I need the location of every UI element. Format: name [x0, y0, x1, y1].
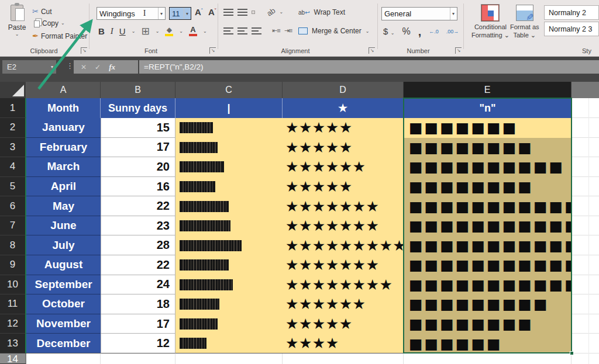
cell-e10-squares[interactable]: ■■■■■■■■■■■■ — [404, 275, 572, 295]
cell-f12[interactable] — [572, 314, 599, 334]
align-middle-button[interactable] — [237, 9, 247, 16]
cell-e1[interactable]: "n" — [404, 98, 572, 118]
underline-button[interactable]: U — [119, 26, 126, 36]
cell-a5-month[interactable]: April — [26, 177, 101, 197]
cell-b4-days[interactable]: 20 — [101, 157, 175, 177]
font-dialog-launcher[interactable]: ↘ — [209, 47, 216, 54]
cell-e2-squares[interactable]: ■■■■■■■ — [404, 118, 572, 138]
cell-d12-stars[interactable]: ★★★★★ — [283, 314, 404, 334]
decrease-font-size-button[interactable]: Aˇ — [208, 7, 216, 17]
cell-e11-squares[interactable]: ■■■■■■■■■ — [404, 294, 572, 314]
cell-f7[interactable] — [572, 216, 599, 236]
wrap-text-button[interactable]: ab↩ Wrap Text — [298, 8, 345, 16]
align-bottom-button-selected[interactable] — [252, 11, 255, 14]
orientation-button[interactable]: ab — [265, 6, 277, 18]
insert-function-button[interactable]: fx — [109, 63, 115, 72]
cell-e13-squares[interactable]: ■■■■■■ — [404, 334, 572, 353]
empty-cell[interactable] — [283, 353, 404, 364]
cell-c10-bar[interactable] — [175, 275, 283, 295]
enter-button[interactable]: ✓ — [95, 63, 101, 71]
row-header-1[interactable]: 1 — [0, 98, 26, 118]
cell-f13[interactable] — [572, 334, 599, 353]
cell-c1[interactable]: | — [175, 98, 283, 118]
number-dialog-launcher[interactable]: ↘ — [455, 47, 462, 54]
copy-button[interactable]: Copy ⌄ — [32, 19, 65, 27]
cell-f5[interactable] — [572, 177, 599, 197]
cell-a9-month[interactable]: August — [26, 255, 101, 275]
cell-a11-month[interactable]: October — [26, 294, 101, 314]
cell-c4-bar[interactable] — [175, 157, 283, 177]
cell-d10-stars[interactable]: ★★★★★★★★ — [283, 275, 404, 295]
empty-cell[interactable] — [26, 353, 101, 364]
cell-d6-stars[interactable]: ★★★★★★★ — [283, 196, 404, 216]
underline-caret[interactable]: ⌄ — [132, 29, 136, 34]
cell-f11[interactable] — [572, 294, 599, 314]
cell-c8-bar[interactable] — [175, 235, 283, 255]
column-header-d[interactable]: D — [283, 82, 404, 98]
font-size-combobox[interactable]: 11 ▾ — [169, 7, 191, 20]
fill-color-button[interactable]: ◆ — [165, 26, 173, 36]
cell-f9[interactable] — [572, 255, 599, 275]
name-box-caret[interactable]: ▾ — [51, 64, 53, 70]
decrease-decimal-button[interactable]: .00→ — [446, 29, 459, 34]
row-header-3[interactable]: 3 — [0, 138, 26, 158]
column-header-c[interactable]: C — [175, 82, 283, 98]
paste-dropdown-caret[interactable]: ⌄ — [15, 32, 19, 37]
cell-d3-stars[interactable]: ★★★★★ — [283, 138, 404, 158]
cell-style-option-2[interactable]: Normalny 2 3 — [544, 22, 599, 36]
alignment-dialog-launcher[interactable]: ↘ — [369, 47, 375, 54]
cell-f4[interactable] — [572, 157, 599, 177]
cell-b6-days[interactable]: 22 — [101, 196, 175, 216]
cell-c9-bar[interactable] — [175, 255, 283, 275]
clipboard-dialog-launcher[interactable]: ↘ — [81, 47, 87, 54]
cell-d9-stars[interactable]: ★★★★★★★ — [283, 255, 404, 275]
cell-a4-month[interactable]: March — [26, 157, 101, 177]
cell-e9-squares[interactable]: ■■■■■■■■■■■ — [404, 255, 572, 275]
row-header-4[interactable]: 4 — [0, 157, 26, 177]
font-color-button[interactable]: A — [189, 26, 197, 36]
row-header-2[interactable]: 2 — [0, 118, 26, 138]
column-header-b[interactable]: B — [101, 82, 175, 98]
row-header-11[interactable]: 11 — [0, 294, 26, 314]
italic-button[interactable]: I — [111, 26, 113, 36]
cell-c3-bar[interactable] — [175, 138, 283, 158]
cell-a13-month[interactable]: December — [26, 334, 101, 353]
column-header-a[interactable]: A — [26, 82, 101, 98]
empty-cell[interactable] — [404, 353, 572, 364]
increase-font-size-button[interactable]: Aˆ — [195, 7, 203, 17]
cell-d2-stars[interactable]: ★★★★★ — [283, 118, 404, 138]
format-as-table-button[interactable]: Format asTable ⌄ — [510, 5, 539, 40]
cell-d5-stars[interactable]: ★★★★★ — [283, 177, 404, 197]
cut-button[interactable]: ✂ Cut — [32, 7, 52, 16]
cell-e6-squares[interactable]: ■■■■■■■■■■■ — [404, 196, 572, 216]
cell-e3-squares[interactable]: ■■■■■■■■ — [404, 138, 572, 158]
copy-dropdown-caret[interactable]: ⌄ — [61, 20, 65, 26]
format-painter-button[interactable]: ✒ Format Painter — [32, 32, 87, 40]
cell-d4-stars[interactable]: ★★★★★★ — [283, 157, 404, 177]
orientation-caret[interactable]: ⌄ — [279, 9, 283, 15]
font-name-combobox[interactable]: Wingdings I ▾ — [97, 7, 166, 20]
cell-e4-squares[interactable]: ■■■■■■■■■■ — [404, 157, 572, 177]
bold-button[interactable]: B — [98, 26, 105, 36]
borders-button[interactable]: ⊞ — [141, 26, 149, 36]
cell-a1[interactable]: Month — [26, 98, 101, 118]
row-header-6[interactable]: 6 — [0, 196, 26, 216]
cancel-button[interactable]: ✕ — [81, 63, 87, 71]
row-header-8[interactable]: 8 — [0, 235, 26, 255]
increase-indent-button[interactable]: ⇥≡ — [284, 27, 292, 34]
column-header-f-stub[interactable] — [572, 82, 599, 98]
cell-b12-days[interactable]: 17 — [101, 314, 175, 334]
cell-b8-days[interactable]: 28 — [101, 235, 175, 255]
cell-e7-squares[interactable]: ■■■■■■■■■■■ — [404, 216, 572, 236]
cell-e5-squares[interactable]: ■■■■■■■■ — [404, 177, 572, 197]
cell-b10-days[interactable]: 24 — [101, 275, 175, 295]
cell-b9-days[interactable]: 22 — [101, 255, 175, 275]
column-header-e[interactable]: E — [404, 82, 572, 98]
align-center-button[interactable] — [237, 27, 247, 34]
row-header-10[interactable]: 10 — [0, 275, 26, 295]
borders-caret[interactable]: ⌄ — [156, 29, 160, 34]
font-size-caret[interactable]: ▾ — [184, 8, 188, 19]
row-header-13[interactable]: 13 — [0, 334, 26, 353]
name-box[interactable]: E2 ▾ — [2, 60, 56, 74]
cell-d1[interactable]: ★ — [283, 98, 404, 118]
